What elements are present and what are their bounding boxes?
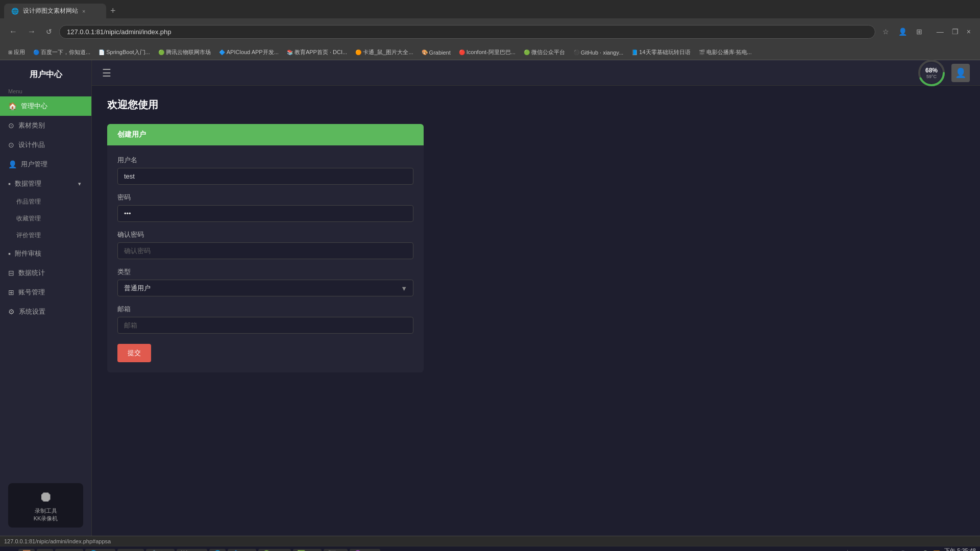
wechat-icon: 🟢 [524, 49, 530, 55]
new-tab-button[interactable]: + [106, 4, 120, 18]
bookmark-tencent[interactable]: 🟢 腾讯云物联网市场 [155, 47, 214, 57]
bookmark-wechat[interactable]: 🟢 微信公众平台 [521, 47, 568, 57]
sidebar-item-settings[interactable]: ⚙ 系统设置 [0, 302, 91, 321]
users-icon: 👤 [8, 160, 17, 168]
sidebar-sub-item-favorites[interactable]: 收藏管理 [0, 210, 91, 227]
type-label: 类型 [117, 267, 413, 277]
user-avatar[interactable]: 👤 [951, 64, 970, 82]
sidebar-item-label: 管理中心 [21, 102, 47, 111]
sidebar-sub-item-reviews[interactable]: 评价管理 [0, 227, 91, 244]
sidebar-item-label: 数据统计 [18, 268, 45, 278]
weather-widget: 68% 59°C [918, 59, 945, 87]
page-title: 欢迎您使用 [107, 98, 965, 112]
bookmark-github[interactable]: ⚫ GitHub · xiangy... [570, 48, 627, 57]
movie-icon: 🎬 [699, 49, 705, 55]
form-body: 用户名 密码 确认密码 类型 [107, 145, 424, 372]
email-input[interactable] [117, 317, 413, 334]
taskbar-right: KK... nipic... 微信 ⚫ 🔊 EN 🔋 📶 下午 5:35:48 … [831, 547, 976, 551]
works-icon: ⊙ [8, 141, 14, 149]
cartoon-icon: 🟠 [355, 49, 361, 55]
springboot-icon: 📄 [99, 49, 105, 55]
dashboard-icon: 🏠 [8, 102, 17, 110]
bookmark-movie[interactable]: 🎬 电影公播库·拓电... [696, 47, 755, 57]
sidebar-item-dashboard[interactable]: 🏠 管理中心 [0, 96, 91, 116]
browser-actions: ☆ 👤 ⊞ [879, 26, 925, 38]
sidebar-item-users[interactable]: 👤 用户管理 [0, 155, 91, 174]
topbar: ☰ 68% 59°C 👤 [92, 60, 980, 86]
sidebar-sub-menu: 作品管理 收藏管理 评价管理 [0, 193, 91, 244]
email-group: 邮箱 [117, 305, 413, 334]
sidebar-item-works[interactable]: ⊙ 设计作品 [0, 135, 91, 155]
bookmark-cartoon[interactable]: 🟠 卡通_鼠_图片大全... [352, 47, 416, 57]
extensions-button[interactable]: ⊞ [913, 26, 925, 38]
hamburger-button[interactable]: ☰ [102, 67, 111, 79]
weather-inner: 68% 59°C [921, 63, 942, 83]
close-button[interactable]: × [964, 27, 974, 37]
sidebar-item-label: 数据管理 [15, 179, 41, 188]
expand-icon: ▾ [78, 181, 81, 187]
sidebar-item-attachments[interactable]: ▪ 附件审核 [0, 244, 91, 263]
bookmark-label: 腾讯云物联网市场 [166, 48, 211, 56]
sidebar-item-account[interactable]: ⊞ 账号管理 [0, 283, 91, 302]
materials-icon: ⊙ [8, 121, 14, 130]
profile-button[interactable]: 👤 [895, 26, 910, 38]
taskbar-item-new[interactable]: 📋 新... [146, 549, 175, 551]
start-button[interactable]: ⊞ [4, 549, 16, 552]
submit-button[interactable]: 提交 [117, 344, 151, 362]
taskbar-item-windows[interactable]: 🪟 [18, 549, 35, 551]
bookmark-baidu[interactable]: 🔵 百度一下，你知道... [30, 47, 93, 57]
username-input[interactable] [117, 168, 413, 185]
sidebar-item-stats[interactable]: ⊟ 数据统计 [0, 263, 91, 283]
bookmarks-bar: ⊞ 应用 🔵 百度一下，你知道... 📄 SpringBoot入门... 🟢 腾… [0, 45, 980, 60]
type-group: 类型 普通用户 管理员 ▼ [117, 267, 413, 296]
sidebar-menu-label: Menu [0, 85, 91, 96]
sidebar-item-data[interactable]: ▪ 数据管理 ▾ [0, 174, 91, 193]
maximize-button[interactable]: ❐ [949, 27, 962, 37]
taskbar-item-bracket[interactable]: ⬛ （ [324, 549, 348, 551]
sidebar-item-label: 设计作品 [18, 140, 45, 149]
bookmark-japanese[interactable]: 📘 14天零基础玩转日语 [628, 47, 693, 57]
sidebar-sub-item-works[interactable]: 作品管理 [0, 193, 91, 210]
minimize-button[interactable]: — [934, 27, 947, 37]
taskbar-item-co[interactable]: 🟩 co... [293, 549, 322, 551]
form-card-header: 创建用户 [107, 124, 424, 145]
forward-button[interactable]: → [24, 25, 39, 38]
bookmark-star-button[interactable]: ☆ [879, 26, 892, 38]
address-bar[interactable] [59, 25, 875, 39]
taskbar-item-image[interactable]: 🖼 ima... [177, 549, 207, 551]
tab-close-button[interactable]: × [82, 8, 85, 14]
bookmark-springboot[interactable]: 📄 SpringBoot入门... [95, 47, 153, 57]
taskbar-item-folder[interactable]: 📁 [37, 549, 53, 551]
refresh-button[interactable]: ↺ [43, 26, 55, 38]
bookmark-apicloud[interactable]: 🔷 APICloud APP开发... [216, 47, 282, 57]
bookmark-label: 教育APP首页 · DCI... [295, 48, 347, 56]
active-tab[interactable]: 🌐 设计师图文素材网站 × [4, 4, 106, 18]
settings-icon: ⚙ [8, 308, 15, 316]
account-icon: ⊞ [8, 288, 14, 296]
kk-recorder-widget: ⏺ 录制工具KK录像机 [8, 483, 83, 528]
taskbar-item-kk[interactable]: 🟣 KK... [350, 549, 380, 551]
type-select[interactable]: 普通用户 管理员 [117, 280, 413, 296]
bookmark-iconfont[interactable]: 🔴 Iconfont-阿里巴巴... [456, 47, 519, 57]
taskbar-item-nav[interactable]: 🟢 Nav... [258, 549, 291, 551]
sidebar-footer: ⏺ 录制工具KK录像机 [0, 475, 91, 536]
username-group: 用户名 [117, 156, 413, 185]
taskbar-item-frost[interactable]: ❄ frost [117, 549, 144, 551]
tab-favicon: 🌐 [11, 8, 19, 15]
grabient-icon: 🎨 [422, 49, 428, 55]
back-button[interactable]: ← [6, 25, 20, 38]
bookmark-grabient[interactable]: 🎨 Grabient [419, 48, 454, 57]
taskbar-time-block: 下午 5:35:48 2020/3/5 [944, 547, 976, 551]
sidebar-item-materials[interactable]: ⊙ 素材类别 [0, 116, 91, 135]
username-label: 用户名 [117, 156, 413, 165]
taskbar-item-nipic[interactable]: 🌐 nipic [85, 549, 115, 551]
browser-chrome: 🌐 设计师图文素材网站 × + ← → ↺ ☆ 👤 ⊞ — ❐ × [0, 0, 980, 45]
confirm-password-input[interactable] [117, 242, 413, 259]
password-input[interactable] [117, 205, 413, 222]
sidebar: 用户中心 Menu 🏠 管理中心 ⊙ 素材类别 ⊙ 设计作品 👤 用户管理 ▪ … [0, 60, 92, 536]
taskbar-item-chrome[interactable]: 🌐 [209, 549, 226, 551]
bookmark-edu[interactable]: 📚 教育APP首页 · DCI... [284, 47, 350, 57]
taskbar-item-di[interactable]: 🔷 Di... [228, 549, 256, 551]
taskbar-item-album[interactable]: 🗂 画册 [55, 549, 83, 551]
bookmark-apps[interactable]: ⊞ 应用 [5, 47, 28, 57]
